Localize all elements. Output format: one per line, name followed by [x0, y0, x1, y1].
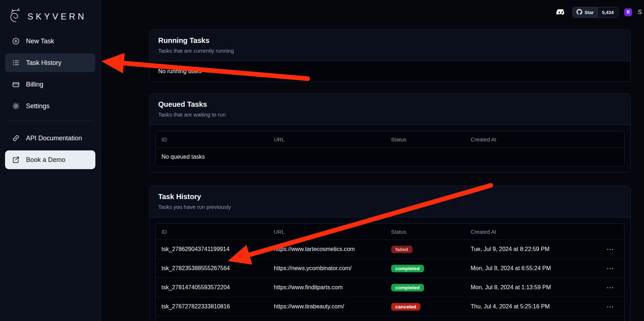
task-url: https://www.geico.com: [268, 316, 385, 321]
table-row[interactable]: tsk_276727822333810816 https://www.tirab…: [156, 297, 624, 316]
external-link-icon: [12, 156, 20, 164]
sidebar-item-label: New Task: [26, 38, 54, 45]
gear-icon: [12, 102, 20, 110]
task-created-at: Mon, Jul 8, 2024 at 1:13:59 PM: [465, 278, 601, 297]
task-id: tsk_276727822333810816: [156, 297, 268, 316]
row-menu-button[interactable]: ⋯: [606, 284, 614, 291]
task-id: tsk_274180139292204058: [156, 316, 268, 321]
book-a-demo-button[interactable]: Book a Demo: [5, 150, 95, 169]
column-menu: [601, 131, 624, 147]
sidebar-item-settings[interactable]: Settings: [5, 97, 95, 115]
running-tasks-header: Running Tasks Tasks that are currently r…: [150, 30, 630, 61]
sidebar-item-api-documentation[interactable]: API Documentation: [5, 129, 95, 148]
skyvern-dragon-icon: [7, 8, 24, 25]
sidebar-divider: [7, 120, 94, 121]
queued-tasks-title: Queued Tasks: [158, 100, 622, 109]
task-id: tsk_278147405593572204: [156, 278, 268, 297]
link-icon: [12, 134, 20, 142]
column-url: URL: [268, 224, 385, 239]
queued-tasks-empty-row: No queued tasks: [156, 147, 624, 166]
queued-tasks-table: ID URL Status Created At No queued tasks: [155, 131, 624, 167]
sidebar: SKYVERN New Task Task History Billing: [0, 0, 101, 321]
task-id: tsk_278235388555267564: [156, 259, 268, 278]
running-tasks-title: Running Tasks: [158, 36, 622, 45]
status-badge: canceled: [391, 303, 421, 311]
column-menu: [601, 224, 624, 239]
sidebar-item-label: Settings: [26, 102, 49, 110]
sidebar-item-label: Book a Demo: [26, 156, 65, 164]
running-tasks-card: Running Tasks Tasks that are currently r…: [149, 30, 631, 82]
column-status: Status: [385, 224, 465, 239]
table-row[interactable]: tsk_274180139292204058 https://www.geico…: [156, 316, 624, 321]
queued-tasks-body: ID URL Status Created At No queued tasks: [150, 125, 630, 172]
task-created-at: Thu, Jun 27, 2024 at 8:38:58 PM: [465, 316, 601, 321]
running-tasks-subtitle: Tasks that are currently running: [158, 48, 622, 54]
queued-tasks-header: Queued Tasks Tasks that are waiting to r…: [150, 94, 630, 125]
github-star-widget[interactable]: Star 5,434: [572, 7, 618, 18]
row-menu-button[interactable]: ⋯: [606, 303, 614, 310]
task-history-header: Task History Tasks you have run previous…: [150, 186, 630, 217]
skyvern-app: SKYVERN New Task Task History Billing: [0, 0, 644, 321]
column-created-at: Created At: [465, 224, 601, 239]
table-row[interactable]: tsk_278629043741199914 https://www.tarte…: [156, 239, 624, 259]
sidebar-item-label: Task History: [26, 59, 61, 67]
task-history-table: ID URL Status Created At tsk_27862904374…: [155, 223, 624, 321]
status-badge: failed: [391, 246, 412, 253]
status-badge: completed: [391, 265, 424, 272]
task-history-header-row: ID URL Status Created At: [156, 224, 624, 239]
github-star-count: 5,434: [597, 7, 618, 17]
topbar: Star 5,434 R S: [554, 6, 642, 19]
row-menu-button[interactable]: ⋯: [606, 265, 614, 272]
task-id: tsk_278629043741199914: [156, 239, 268, 259]
row-menu-button[interactable]: ⋯: [606, 246, 614, 253]
table-row[interactable]: tsk_278235388555267564 https://news.ycom…: [156, 259, 624, 278]
status-badge: completed: [391, 284, 424, 291]
task-url: https://www.finditparts.com: [268, 278, 385, 297]
task-history-body: ID URL Status Created At tsk_27862904374…: [150, 217, 630, 321]
queued-tasks-subtitle: Tasks that are waiting to run: [158, 111, 622, 118]
avatar[interactable]: R: [624, 8, 632, 16]
sidebar-item-billing[interactable]: Billing: [5, 75, 95, 94]
skyvern-logo[interactable]: SKYVERN: [7, 8, 93, 25]
column-status: Status: [385, 131, 465, 147]
task-url: https://news.ycombinator.com/: [268, 259, 385, 278]
sidebar-item-label: API Documentation: [26, 135, 82, 142]
sidebar-item-label: Billing: [26, 81, 43, 88]
task-created-at: Thu, Jul 4, 2024 at 5:25:16 PM: [465, 297, 601, 316]
main-content: Running Tasks Tasks that are currently r…: [149, 0, 631, 321]
username-partial: S: [638, 9, 642, 16]
task-history-card: Task History Tasks you have run previous…: [149, 186, 631, 321]
column-created-at: Created At: [465, 131, 601, 147]
discord-icon[interactable]: [554, 7, 567, 18]
github-icon: [576, 9, 582, 16]
running-tasks-empty: No running tasks: [150, 61, 630, 82]
queued-tasks-card: Queued Tasks Tasks that are waiting to r…: [149, 93, 631, 173]
table-row[interactable]: tsk_278147405593572204 https://www.findi…: [156, 278, 624, 297]
plus-circle-icon: [12, 37, 20, 45]
task-url: https://www.tirabeauty.com/: [268, 297, 385, 316]
task-created-at: Tue, Jul 9, 2024 at 8:22:59 PM: [465, 239, 601, 259]
column-id: ID: [156, 224, 268, 239]
task-created-at: Mon, Jul 8, 2024 at 6:55:24 PM: [465, 259, 601, 278]
column-id: ID: [156, 131, 268, 147]
queued-tasks-header-row: ID URL Status Created At: [156, 131, 624, 147]
github-star-label: Star: [584, 10, 593, 15]
queued-tasks-empty: No queued tasks: [156, 147, 624, 166]
task-history-subtitle: Tasks you have run previously: [158, 204, 622, 210]
list-icon: [12, 59, 20, 67]
credit-card-icon: [12, 80, 20, 88]
sidebar-item-new-task[interactable]: New Task: [5, 32, 95, 50]
sidebar-nav: New Task Task History Billing Settings: [5, 32, 95, 169]
logo-text: SKYVERN: [27, 12, 87, 22]
column-url: URL: [268, 131, 385, 147]
task-url: https://www.tartecosmetics.com: [268, 239, 385, 259]
task-history-title: Task History: [158, 193, 622, 201]
sidebar-item-task-history[interactable]: Task History: [5, 53, 95, 72]
